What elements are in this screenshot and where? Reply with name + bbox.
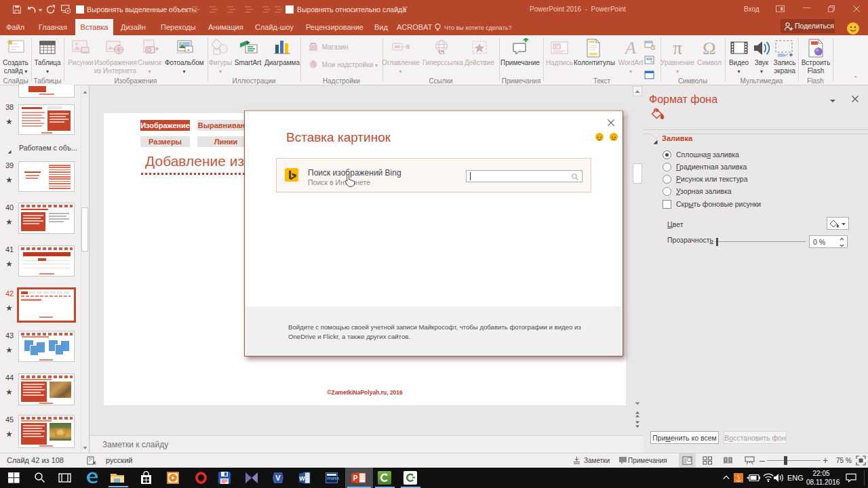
svg-text:A: A [624,38,636,58]
svg-text:V: V [275,474,281,482]
svg-text:Ω: Ω [703,39,715,58]
svg-text:P: P [353,474,358,482]
svg-text:π: π [673,38,682,58]
svg-text:W: W [299,475,305,482]
